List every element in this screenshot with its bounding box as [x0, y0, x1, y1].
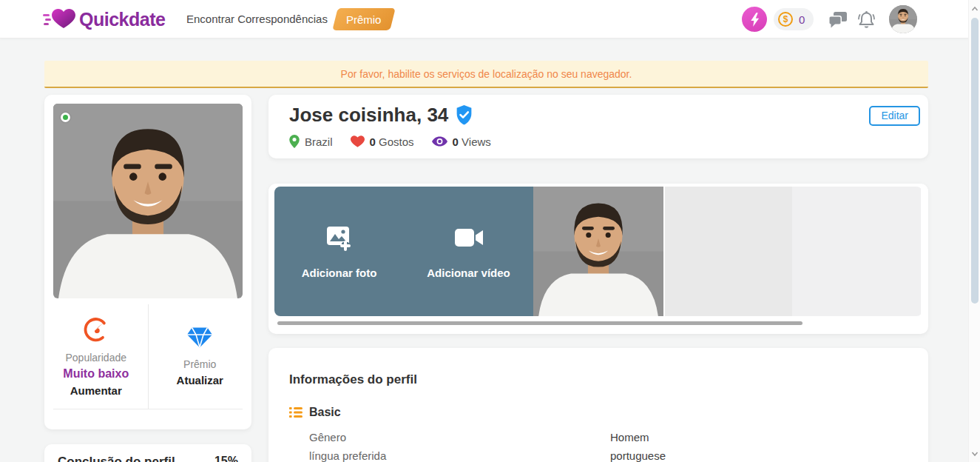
brand-logo[interactable]: Quickdate: [43, 6, 165, 33]
add-video-button[interactable]: Adicionar vídeo: [404, 224, 533, 279]
wallet-count: 0: [799, 13, 805, 26]
profile-completion-card: Conclusão do perfil 15%: [44, 444, 251, 462]
media-gallery-card: Adicionar foto Adicionar vídeo: [268, 184, 928, 334]
views-eye-icon: [432, 136, 447, 147]
diamond-icon: [186, 327, 213, 349]
scrollbar-thumb[interactable]: [971, 18, 979, 304]
popularity-premium-section: Popularidade Muito baixo Aumentar Prêmio…: [44, 304, 251, 409]
info-label: língua preferida: [309, 449, 610, 462]
media-strip: Adicionar foto Adicionar vídeo: [274, 187, 922, 316]
info-value: portuguese: [610, 449, 666, 462]
profile-info-card: Informações do perfil Basic Gênero Homem…: [268, 348, 928, 462]
user-avatar[interactable]: [889, 5, 917, 33]
location-text: Brazil: [305, 135, 333, 148]
views-label: Views: [462, 135, 491, 148]
info-row-language: língua preferida portuguese: [309, 449, 908, 462]
premium-block[interactable]: Prêmio Atualizar: [148, 304, 252, 409]
banner-text: Por favor, habilite os serviços de local…: [341, 68, 632, 80]
premium-label: Prêmio: [183, 358, 216, 370]
list-icon: [289, 406, 303, 418]
heart-logo-icon: [43, 6, 75, 33]
completion-percentage: 15%: [214, 455, 238, 462]
profile-header-card: Jose coisinha, 34 Brazil 0 Gostos: [268, 95, 928, 158]
add-photo-icon: [325, 224, 354, 252]
info-value: Homem: [610, 431, 649, 443]
brand-name: Quickdate: [79, 9, 165, 30]
gauge-icon: [84, 317, 109, 342]
scroll-up-icon[interactable]: [971, 5, 979, 13]
likes-label: Gostos: [379, 135, 414, 148]
coin-icon: $: [778, 12, 793, 27]
nav-premium-badge[interactable]: Prêmio: [332, 8, 395, 30]
views-item: 0 Views: [432, 135, 491, 148]
verified-badge-icon: [455, 105, 473, 125]
profile-photo-card: Popularidade Muito baixo Aumentar Prêmio…: [44, 95, 251, 429]
top-navbar: Quickdate Encontrar Correspondências Prê…: [0, 0, 968, 38]
info-row-gender: Gênero Homem: [309, 431, 908, 443]
online-status-dot: [61, 113, 70, 122]
upload-zone: Adicionar foto Adicionar vídeo: [274, 187, 533, 316]
basic-section-label: Basic: [309, 406, 341, 419]
add-photo-label: Adicionar foto: [302, 267, 377, 279]
nav-find-matches-link[interactable]: Encontrar Correspondências: [186, 13, 328, 25]
location-warning-banner: Por favor, habilite os serviços de local…: [44, 61, 928, 88]
profile-name: Jose coisinha, 34: [289, 104, 448, 127]
add-video-icon: [454, 224, 484, 252]
gallery-placeholder: [663, 187, 792, 316]
info-card-title: Informações do perfil: [289, 372, 417, 387]
popularity-increase-link[interactable]: Aumentar: [70, 384, 122, 397]
edit-profile-button[interactable]: Editar: [869, 106, 920, 126]
likes-item: 0 Gostos: [351, 135, 414, 148]
gallery-placeholder: [792, 187, 921, 316]
premium-badge-label: Prêmio: [346, 13, 382, 26]
completion-label: Conclusão do perfil: [58, 455, 175, 462]
window-scrollbar[interactable]: [968, 0, 980, 462]
gallery-scrollbar-thumb[interactable]: [277, 321, 802, 325]
profile-photo[interactable]: [53, 104, 243, 298]
popularity-label: Popularidade: [65, 352, 126, 364]
scroll-down-icon[interactable]: [971, 450, 979, 458]
premium-upgrade-link[interactable]: Atualizar: [177, 374, 223, 386]
gallery-photo[interactable]: [533, 187, 663, 316]
wallet-balance[interactable]: $ 0: [774, 8, 814, 30]
add-video-label: Adicionar vídeo: [427, 267, 510, 279]
notifications-icon[interactable]: [857, 10, 876, 30]
lightning-icon: [749, 13, 760, 27]
info-label: Gênero: [309, 431, 610, 443]
messages-icon[interactable]: [828, 12, 847, 29]
location-pin-icon: [289, 135, 300, 148]
add-photo-button[interactable]: Adicionar foto: [274, 224, 404, 279]
boost-button[interactable]: [742, 7, 767, 32]
basic-section-header: Basic: [289, 406, 341, 419]
likes-heart-icon: [351, 135, 365, 148]
location-item: Brazil: [289, 135, 333, 148]
popularity-value: Muito baixo: [63, 367, 129, 381]
popularity-block[interactable]: Popularidade Muito baixo Aumentar: [44, 304, 148, 409]
likes-count: 0: [370, 135, 376, 148]
card-divider: [53, 409, 243, 409]
views-count: 0: [453, 135, 459, 148]
